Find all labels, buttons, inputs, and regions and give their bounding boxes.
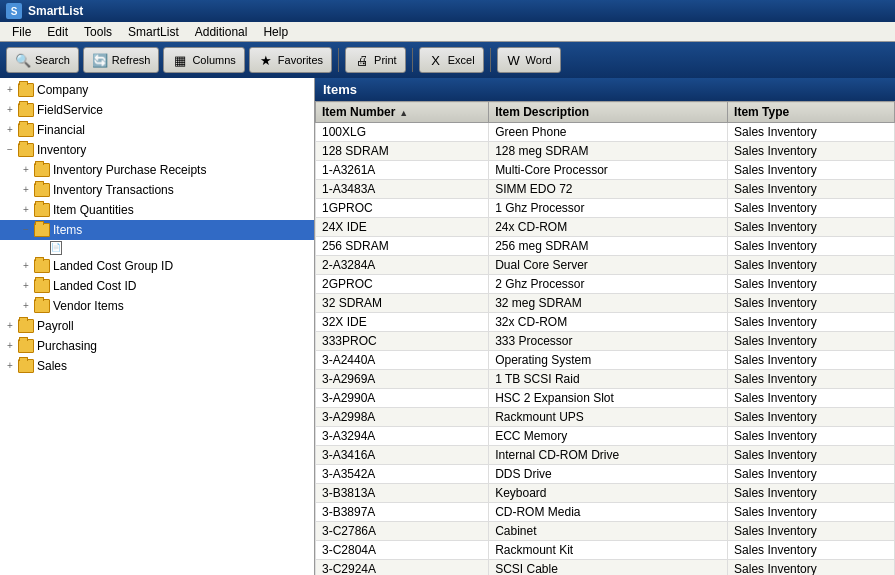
table-row[interactable]: 256 SDRAM256 meg SDRAMSales Inventory (316, 237, 895, 256)
toolbar-separator (338, 48, 339, 72)
table-scroll[interactable]: Item Number▲Item DescriptionItem Type 10… (315, 101, 895, 575)
tree-expand-11[interactable] (18, 297, 34, 315)
cell-22-1: Rackmount Kit (489, 541, 728, 560)
toolbar-btn-refresh[interactable]: 🔄Refresh (83, 47, 160, 73)
cell-8-2: Sales Inventory (728, 275, 895, 294)
tree-item-5[interactable]: Inventory Transactions (0, 180, 314, 200)
tree-expand-4[interactable] (18, 161, 34, 179)
tree-expand-3[interactable] (2, 141, 18, 159)
table-row[interactable]: 333PROC333 ProcessorSales Inventory (316, 332, 895, 351)
tree-item-9[interactable]: Landed Cost Group ID (0, 256, 314, 276)
toolbar-btn-search[interactable]: 🔍Search (6, 47, 79, 73)
tree-expand-10[interactable] (18, 277, 34, 295)
table-row[interactable]: 2GPROC2 Ghz ProcessorSales Inventory (316, 275, 895, 294)
tree-item-12[interactable]: Payroll (0, 316, 314, 336)
table-row[interactable]: 2-A3284ADual Core ServerSales Inventory (316, 256, 895, 275)
tree-item-6[interactable]: Item Quantities (0, 200, 314, 220)
cell-16-2: Sales Inventory (728, 427, 895, 446)
tree-item-11[interactable]: Vendor Items (0, 296, 314, 316)
tree-item-1[interactable]: FieldService (0, 100, 314, 120)
tree-item-3[interactable]: Inventory (0, 140, 314, 160)
table-row[interactable]: 32X IDE32x CD-ROMSales Inventory (316, 313, 895, 332)
tree-expand-6[interactable] (18, 201, 34, 219)
menu-item-tools[interactable]: Tools (76, 23, 120, 41)
tree-item-13[interactable]: Purchasing (0, 336, 314, 356)
folder-icon-14 (18, 359, 34, 373)
table-row[interactable]: 3-A3416AInternal CD-ROM DriveSales Inven… (316, 446, 895, 465)
toolbar-btn-print[interactable]: 🖨Print (345, 47, 406, 73)
print-label: Print (374, 54, 397, 66)
tree-expand-9[interactable] (18, 257, 34, 275)
col-header-2[interactable]: Item Type (728, 102, 895, 123)
toolbar-separator (490, 48, 491, 72)
table-row[interactable]: 3-A2440AOperating SystemSales Inventory (316, 351, 895, 370)
menu-item-edit[interactable]: Edit (39, 23, 76, 41)
cell-8-0: 2GPROC (316, 275, 489, 294)
menu-item-help[interactable]: Help (255, 23, 296, 41)
table-row[interactable]: 1-A3261AMulti-Core ProcessorSales Invent… (316, 161, 895, 180)
items-table: Item Number▲Item DescriptionItem Type 10… (315, 101, 895, 575)
tree-item-14[interactable]: Sales (0, 356, 314, 376)
tree-label-13: Purchasing (37, 337, 97, 355)
tree-expand-7[interactable] (18, 221, 34, 239)
table-row[interactable]: 3-B3813AKeyboardSales Inventory (316, 484, 895, 503)
cell-19-2: Sales Inventory (728, 484, 895, 503)
tree-expand-1[interactable] (2, 101, 18, 119)
cell-23-1: SCSI Cable (489, 560, 728, 576)
tree-item-4[interactable]: Inventory Purchase Receipts (0, 160, 314, 180)
tree-label-3: Inventory (37, 141, 86, 159)
print-icon: 🖨 (354, 52, 370, 68)
tree-expand-0[interactable] (2, 81, 18, 99)
table-row[interactable]: 3-A2998ARackmount UPSSales Inventory (316, 408, 895, 427)
table-row[interactable]: 3-A2969A1 TB SCSI RaidSales Inventory (316, 370, 895, 389)
folder-icon-9 (34, 259, 50, 273)
cell-21-2: Sales Inventory (728, 522, 895, 541)
menu-item-file[interactable]: File (4, 23, 39, 41)
tree-expand-12[interactable] (2, 317, 18, 335)
tree-expand-14[interactable] (2, 357, 18, 375)
word-label: Word (526, 54, 552, 66)
table-row[interactable]: 3-B3897ACD-ROM MediaSales Inventory (316, 503, 895, 522)
table-row[interactable]: 100XLGGreen PhoneSales Inventory (316, 123, 895, 142)
tree-item-10[interactable]: Landed Cost ID (0, 276, 314, 296)
cell-5-2: Sales Inventory (728, 218, 895, 237)
cell-19-1: Keyboard (489, 484, 728, 503)
table-row[interactable]: 3-A3294AECC MemorySales Inventory (316, 427, 895, 446)
table-row[interactable]: 1-A3483ASIMM EDO 72Sales Inventory (316, 180, 895, 199)
table-row[interactable]: 32 SDRAM32 meg SDRAMSales Inventory (316, 294, 895, 313)
menu-item-smartlist[interactable]: SmartList (120, 23, 187, 41)
tree-item-0[interactable]: Company (0, 80, 314, 100)
table-row[interactable]: 128 SDRAM128 meg SDRAMSales Inventory (316, 142, 895, 161)
table-row[interactable]: 3-C2786ACabinetSales Inventory (316, 522, 895, 541)
tree-expand-2[interactable] (2, 121, 18, 139)
cell-17-0: 3-A3416A (316, 446, 489, 465)
table-row[interactable]: 1GPROC1 Ghz ProcessorSales Inventory (316, 199, 895, 218)
table-row[interactable]: 3-C2924ASCSI CableSales Inventory (316, 560, 895, 576)
cell-1-0: 128 SDRAM (316, 142, 489, 161)
cell-14-1: HSC 2 Expansion Slot (489, 389, 728, 408)
table-row[interactable]: 3-C2804ARackmount KitSales Inventory (316, 541, 895, 560)
cell-0-2: Sales Inventory (728, 123, 895, 142)
tree-item-2[interactable]: Financial (0, 120, 314, 140)
sidebar-tree[interactable]: CompanyFieldServiceFinancialInventoryInv… (0, 78, 315, 575)
table-row[interactable]: 3-A3542ADDS DriveSales Inventory (316, 465, 895, 484)
tree-item-7[interactable]: Items (0, 220, 314, 240)
tree-expand-5[interactable] (18, 181, 34, 199)
toolbar-btn-favorites[interactable]: ★Favorites (249, 47, 332, 73)
tree-item-8[interactable]: 📄 (0, 240, 314, 256)
folder-icon-10 (34, 279, 50, 293)
table-header-row: Item Number▲Item DescriptionItem Type (316, 102, 895, 123)
cell-18-0: 3-A3542A (316, 465, 489, 484)
toolbar-btn-word[interactable]: WWord (497, 47, 561, 73)
col-header-1[interactable]: Item Description (489, 102, 728, 123)
menu-item-additional[interactable]: Additional (187, 23, 256, 41)
cell-3-2: Sales Inventory (728, 180, 895, 199)
cell-7-0: 2-A3284A (316, 256, 489, 275)
table-row[interactable]: 24X IDE24x CD-ROMSales Inventory (316, 218, 895, 237)
toolbar-btn-columns[interactable]: ▦Columns (163, 47, 244, 73)
tree-expand-13[interactable] (2, 337, 18, 355)
table-row[interactable]: 3-A2990AHSC 2 Expansion SlotSales Invent… (316, 389, 895, 408)
col-header-0[interactable]: Item Number▲ (316, 102, 489, 123)
folder-icon-1 (18, 103, 34, 117)
toolbar-btn-excel[interactable]: XExcel (419, 47, 484, 73)
